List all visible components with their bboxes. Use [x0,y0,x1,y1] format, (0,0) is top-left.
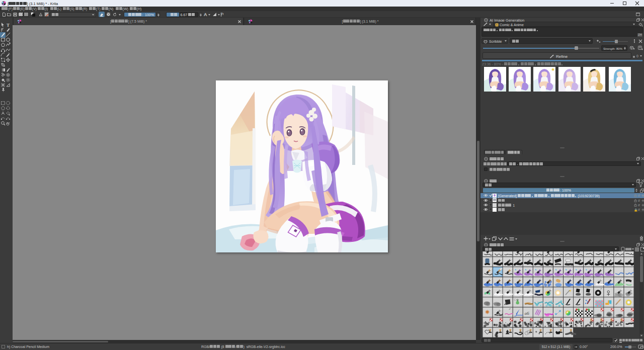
svg-text:T: T [7,23,10,28]
svg-text:a6: a6 [525,311,530,316]
